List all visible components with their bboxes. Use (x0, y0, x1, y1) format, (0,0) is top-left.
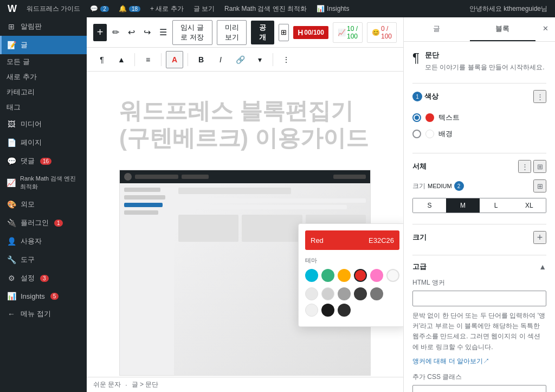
view-posts-link[interactable]: 글 보기 (190, 0, 218, 17)
bg-color-radio[interactable] (412, 130, 421, 138)
swatch-medgray[interactable] (338, 287, 351, 300)
swatch-black[interactable] (321, 304, 334, 317)
add-block-button[interactable]: + (93, 24, 107, 41)
color-preview-bar: Red E32C26 (305, 230, 399, 250)
highlight-btn[interactable]: A (166, 51, 183, 68)
more-btn[interactable]: ▾ (251, 51, 268, 68)
editor-canvas[interactable]: 워드프레스 블록편집기(구텐베르크) 이용가이드 (87, 72, 403, 377)
seo-score-badge[interactable]: 📈 10 / 100 (333, 22, 363, 43)
insights-label: Insights (327, 5, 349, 12)
size-add-button[interactable]: + (533, 231, 546, 244)
italic-btn[interactable]: I (212, 51, 229, 68)
swatch-lightgray1[interactable] (305, 287, 318, 300)
redo-button[interactable]: ↪ (140, 24, 154, 41)
link-btn[interactable]: 🔗 (231, 51, 249, 68)
advanced-collapse-button[interactable]: ▲ (539, 262, 546, 271)
typography-title: 서체 (412, 162, 427, 171)
typography-settings-button[interactable]: ⊞ (533, 160, 546, 173)
sidebar-item-rankmath[interactable]: 📈 Rank Math 검색 엔진 최적화 (0, 170, 87, 195)
sidebar-item-pages[interactable]: 📄 페이지 (0, 133, 87, 152)
size-s-btn[interactable]: S (413, 198, 446, 213)
sidebar-item-settings[interactable]: ⚙ 설정 3 (0, 269, 87, 287)
sidebar-item-tags[interactable]: 태그 (0, 100, 87, 115)
heading-score-badge[interactable]: H 00/100 (293, 26, 328, 39)
align-btn[interactable]: ≡ (139, 51, 157, 68)
swatch-yellow[interactable] (338, 269, 351, 282)
editor-title[interactable]: 워드프레스 블록편집기(구텐베르크) 이용가이드 (119, 98, 371, 152)
swatch-nearblack[interactable] (338, 304, 351, 317)
sidebar-item-insights[interactable]: 📊 Insights 5 (0, 287, 87, 305)
admin-bar: W 워드프레스 가이드 💬 2 🔔 18 + 새로 추가 글 보기 Rank M… (0, 0, 555, 17)
swatch-cyan[interactable] (305, 269, 318, 282)
swatch-pink[interactable] (370, 269, 383, 282)
user-greeting[interactable]: 안녕하세요 kthemeguide님 (466, 0, 551, 17)
toolbar-right: 임시 글로 저장 미리보기 공개 ⊞ H 00/100 📈 10 / 100 😊… (172, 20, 397, 45)
add-new-link[interactable]: + 새로 추가 (147, 0, 187, 17)
bold-btn[interactable]: B (192, 51, 210, 68)
editor-area: + ✏ ↩ ↪ ☰ 임시 글로 저장 미리보기 공개 ⊞ H 00/100 📈 … (87, 17, 403, 392)
swatch-lightgray2[interactable] (321, 287, 334, 300)
paragraph-btn[interactable]: ¶ (93, 51, 111, 68)
save-draft-button[interactable]: 임시 글로 저장 (172, 20, 212, 45)
sidebar-item-media[interactable]: 🖼 미디어 (0, 115, 87, 133)
options-btn[interactable]: ⋮ (278, 51, 295, 68)
dashboard-icon: ⊞ (7, 22, 16, 31)
sidebar-item-all-posts[interactable]: 모든 글 (0, 54, 87, 69)
move-up-btn[interactable]: ▲ (113, 51, 130, 68)
wp-logo[interactable]: W (4, 0, 20, 17)
footer-sep: · (125, 381, 127, 389)
text-color-radio[interactable] (412, 113, 421, 122)
sidebar-item-comments[interactable]: 💬 댓글 16 (0, 152, 87, 170)
sidebar-item-plugins[interactable]: 🔌 플러그인 1 (0, 214, 87, 232)
settings-button[interactable]: ⊞ (279, 24, 289, 41)
comments-label: 댓글 (21, 156, 35, 166)
tab-post[interactable]: 글 (404, 17, 470, 41)
sidebar-item-users[interactable]: 👤 사용자 (0, 232, 87, 250)
color-more-button[interactable]: ⋮ (533, 90, 546, 103)
sidebar-item-add-new[interactable]: 새로 추가 (0, 69, 87, 85)
list-view-button[interactable]: ☰ (156, 24, 170, 41)
swatch-red[interactable] (354, 269, 367, 282)
swatch-offwhite[interactable] (305, 304, 318, 317)
settings-icon: ⚙ (7, 274, 16, 282)
comments-badge: 16 (40, 158, 51, 165)
insights-badge: 5 (50, 293, 59, 300)
comments-link[interactable]: 💬 2 (87, 0, 112, 17)
html-anchor-input[interactable] (412, 291, 546, 306)
css-class-input[interactable] (412, 385, 546, 392)
undo-button[interactable]: ↩ (125, 24, 138, 41)
size-xl-btn[interactable]: XL (513, 198, 546, 213)
collapse-label: 메뉴 접기 (21, 309, 51, 319)
size-m-btn[interactable]: M (446, 198, 479, 213)
anchor-desc: 문박 없이 한 단어 또는 두 단어를 입력하여 '앵커'라고 부르는 이 블록… (412, 311, 546, 352)
readability-score-badge[interactable]: 😊 0 / 100 (367, 22, 397, 43)
sidebar-item-tools[interactable]: 🔧 도구 (0, 250, 87, 269)
site-name[interactable]: 워드프레스 가이드 (23, 0, 83, 17)
rankmath-link[interactable]: Rank Math 검색 엔진 최적화 (221, 0, 310, 17)
swatch-darkgray[interactable] (354, 287, 367, 300)
size-keyword: MEDIUM (428, 183, 452, 189)
size-settings-button[interactable]: ⊞ (533, 179, 546, 192)
swatch-white[interactable] (386, 269, 399, 282)
sidebar-item-dashboard[interactable]: ⊞ 알림판 (0, 17, 87, 36)
panel-close-button[interactable]: ✕ (535, 17, 555, 39)
pencil-button[interactable]: ✏ (109, 24, 122, 41)
sidebar-item-categories[interactable]: 카테고리 (0, 85, 87, 100)
insights-link[interactable]: 📊 Insights (313, 0, 352, 17)
advanced-title: 고급 (412, 262, 427, 272)
swatch-green[interactable] (321, 269, 334, 282)
anchor-learn-more-link[interactable]: 앵커에 대해 더 알아보기↗ (412, 357, 489, 365)
publish-button[interactable]: 공개 (251, 21, 274, 44)
sidebar-item-appearance[interactable]: 🎨 외모 (0, 195, 87, 214)
sidebar-item-posts[interactable]: 📝 글 (0, 36, 87, 54)
tab-block[interactable]: 블록 (470, 17, 536, 41)
rankmath-label: Rank Math 검색 엔진 최적화 (224, 4, 307, 14)
updates-link[interactable]: 🔔 18 (115, 0, 144, 17)
typography-more-button[interactable]: ⋮ (518, 160, 531, 173)
preview-button[interactable]: 미리보기 (217, 20, 247, 45)
color-swatch-row3 (305, 304, 399, 317)
size-l-btn[interactable]: L (480, 198, 513, 213)
swatch-gray[interactable] (370, 287, 383, 300)
pages-label: 페이지 (21, 138, 42, 147)
sidebar-item-collapse[interactable]: ← 메뉴 접기 (0, 305, 87, 323)
